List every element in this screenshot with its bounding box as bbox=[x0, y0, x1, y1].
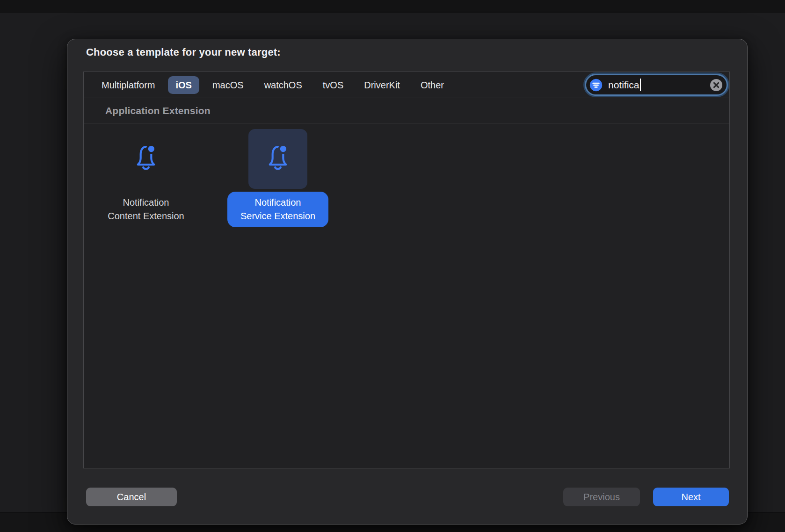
previous-button[interactable]: Previous bbox=[563, 488, 640, 506]
tab-multiplatform[interactable]: Multiplatform bbox=[91, 76, 165, 94]
new-target-dialog: Choose a template for your new target: M… bbox=[67, 39, 748, 525]
template-chooser: Multiplatform iOS macOS watchOS tvOS Dri… bbox=[83, 72, 730, 468]
tab-watchos[interactable]: watchOS bbox=[254, 76, 313, 94]
tab-driverkit[interactable]: DriverKit bbox=[354, 76, 410, 94]
tab-ios[interactable]: iOS bbox=[168, 76, 199, 94]
template-icon-tile bbox=[116, 129, 175, 189]
section-header-row: Application Extension bbox=[84, 98, 729, 123]
template-notification-content-extension[interactable]: Notification Content Extension bbox=[85, 128, 207, 227]
next-button[interactable]: Next bbox=[653, 488, 729, 506]
tab-other[interactable]: Other bbox=[410, 76, 454, 94]
template-label-selected: Notification Service Extension bbox=[227, 192, 328, 227]
filter-circle-icon[interactable] bbox=[589, 79, 603, 92]
tab-tvos[interactable]: tvOS bbox=[313, 76, 354, 94]
cancel-button[interactable]: Cancel bbox=[86, 488, 177, 506]
notification-bell-icon bbox=[264, 142, 291, 176]
notification-bell-icon bbox=[132, 142, 160, 176]
tab-macos[interactable]: macOS bbox=[202, 76, 254, 94]
section-header: Application Extension bbox=[105, 105, 211, 116]
search-input[interactable]: notifica bbox=[585, 74, 728, 96]
template-icon-tile-selected bbox=[248, 129, 307, 189]
template-grid: Notification Content Extension bbox=[84, 123, 729, 468]
dialog-title: Choose a template for your new target: bbox=[86, 46, 281, 58]
desktop-background: Choose a template for your new target: M… bbox=[0, 0, 785, 532]
text-cursor bbox=[640, 79, 641, 91]
platform-tab-bar: Multiplatform iOS macOS watchOS tvOS Dri… bbox=[84, 72, 729, 98]
search-input-text[interactable]: notifica bbox=[608, 79, 640, 91]
template-label: Notification Content Extension bbox=[94, 192, 197, 227]
clear-circle-icon[interactable] bbox=[710, 79, 723, 92]
template-notification-service-extension[interactable]: Notification Service Extension bbox=[217, 128, 339, 227]
background-top-strip bbox=[0, 0, 785, 13]
